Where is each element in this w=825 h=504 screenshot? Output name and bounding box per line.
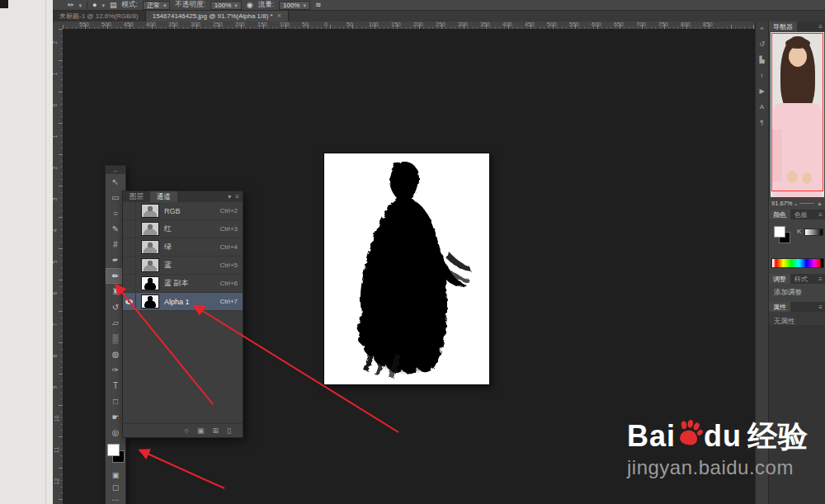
color-swatches [106, 442, 125, 467]
tab-properties[interactable]: 属性 [769, 302, 790, 312]
panel-menu-icon[interactable]: ≡ [816, 274, 825, 284]
toggle-brush-panel-icon[interactable]: ▤ [110, 2, 117, 9]
channel-thumbnail [141, 276, 159, 290]
opacity-label: 不透明度: [175, 0, 205, 10]
foreground-color-swatch[interactable] [774, 226, 785, 238]
zoom-in-icon[interactable]: ▲ [817, 200, 823, 206]
h-ruler-label: 450 [124, 21, 134, 27]
chevron-down-icon[interactable]: ▾ [79, 2, 82, 8]
move-tool[interactable]: ↖ [106, 174, 125, 190]
tools-palette-header[interactable]: ↔ [106, 166, 125, 174]
zoom-out-icon[interactable]: ▴ [794, 201, 797, 206]
load-selection-icon[interactable]: ○ [185, 427, 189, 435]
h-ruler-label: 200 [413, 21, 423, 27]
histogram-panel-icon[interactable]: ▙ [759, 56, 764, 64]
color-spectrum-ramp[interactable] [771, 258, 824, 268]
channel-row-蓝[interactable]: 蓝Ctrl+5 [123, 257, 243, 275]
navigator-view-box[interactable] [771, 33, 823, 191]
h-ruler-label: 100 [369, 21, 379, 27]
h-ruler-label: 50 [302, 21, 309, 27]
k-slider[interactable] [804, 228, 823, 236]
tab-layers[interactable]: 图层 [123, 191, 150, 202]
visibility-toggle[interactable] [123, 293, 136, 310]
hand-tool-icon: ☛ [112, 412, 120, 422]
paragraph-panel-icon[interactable]: ¶ [760, 119, 763, 126]
history-brush-tool-icon: ↺ [112, 303, 119, 312]
screen-mode-button[interactable]: ▢ [106, 481, 125, 493]
more-options-button[interactable]: ⋯ [106, 493, 125, 504]
document-tab-untitled[interactable]: 未标题-1 @ 12.6%(RGB/8) [53, 11, 146, 21]
h-ruler-label: 250 [436, 21, 446, 27]
actions-panel-icon[interactable]: ▶ [759, 87, 764, 95]
panel-menu-icon[interactable]: ≡ [235, 193, 239, 200]
save-selection-as-channel-icon[interactable]: ▣ [197, 427, 205, 435]
h-ruler-label: 700 [636, 21, 646, 27]
v-ruler-label: 6 [53, 292, 58, 295]
channel-row-alpha-1[interactable]: Alpha 1Ctrl+7 [123, 293, 243, 311]
close-icon[interactable]: × [277, 12, 281, 20]
document-canvas[interactable] [324, 153, 489, 384]
visibility-toggle[interactable] [123, 202, 136, 219]
panel-menu-icon[interactable]: ≡ [816, 21, 825, 31]
foreground-color-swatch[interactable] [107, 444, 120, 456]
flow-select[interactable]: 100% ▾ [279, 1, 310, 10]
panel-menu-icon[interactable]: ≡ [816, 302, 825, 312]
brush-preset-icon[interactable]: ● [92, 2, 97, 9]
tab-styles[interactable]: 样式 [790, 274, 812, 284]
channel-shortcut: Ctrl+5 [219, 261, 243, 269]
v-ruler-label: 12 [54, 478, 59, 485]
zoom-value[interactable]: 91.67% [771, 200, 792, 207]
marquee-tool-icon: ▭ [111, 193, 119, 202]
mode-select[interactable]: 正常 ▾ [143, 1, 171, 10]
delete-channel-icon[interactable]: ▯ [227, 427, 231, 435]
visibility-toggle[interactable] [123, 257, 136, 274]
h-ruler-label: 300 [191, 21, 200, 27]
tab-label: 154674146425.jpg @ 91.7%(Alpha 1/8) * [153, 12, 273, 20]
h-ruler-label: 200 [235, 21, 245, 27]
h-ruler-label: 850 [703, 21, 713, 27]
properties-header: 属性 ≡ [769, 302, 825, 312]
v-ruler-label: 4 [53, 229, 58, 233]
collapse-icon[interactable]: ▾ [228, 193, 231, 200]
new-channel-icon[interactable]: ⊞ [213, 427, 219, 435]
tab-navigator[interactable]: 导航器 [769, 21, 797, 31]
visibility-toggle[interactable] [123, 238, 136, 256]
quick-mask-button[interactable]: ▣ [106, 469, 125, 481]
tab-color[interactable]: 颜色 [769, 210, 790, 219]
airbrush-icon[interactable]: ≋ [315, 2, 322, 9]
watermark-url: jingyan.baidu.com [627, 456, 825, 479]
chevron-down-icon[interactable]: ▾ [102, 2, 106, 8]
brush-tool-icon[interactable]: ✏ [68, 2, 74, 9]
channel-name: RGB [164, 207, 219, 215]
document-tab-active[interactable]: 154674146425.jpg @ 91.7%(Alpha 1/8) * × [146, 11, 289, 21]
zoom-slider[interactable] [799, 203, 814, 204]
channels-panel: 图层 通道 ▾ ≡ RGBCtrl+2红Ctrl+3绿Ctrl+4蓝Ctrl+5… [122, 191, 243, 438]
pen-tool-icon: ✑ [112, 365, 119, 374]
tab-swatches[interactable]: 色板 [790, 210, 812, 219]
zoom-tool-icon: ◎ [112, 428, 120, 437]
opacity-select[interactable]: 100% ▾ [210, 1, 242, 10]
visibility-toggle[interactable] [123, 220, 136, 238]
info-panel-icon[interactable]: i [761, 72, 763, 79]
color-panel: 颜色 色板 ≡ K [768, 210, 825, 274]
channel-shortcut: Ctrl+7 [219, 298, 243, 305]
channel-row-rgb[interactable]: RGBCtrl+2 [123, 202, 243, 220]
flow-label: 流量: [258, 0, 274, 10]
channel-row-绿[interactable]: 绿Ctrl+4 [123, 238, 243, 257]
logo-text-du: du [704, 422, 742, 451]
collapse-panels-icon[interactable]: « [760, 25, 763, 32]
character-panel-icon[interactable]: A [760, 103, 764, 111]
pressure-opacity-icon[interactable]: ◉ [247, 2, 253, 9]
channel-row-蓝-副本[interactable]: 蓝 副本Ctrl+6 [123, 275, 243, 293]
panel-menu-icon[interactable]: ≡ [816, 210, 825, 219]
tab-adjustments[interactable]: 调整 [769, 274, 790, 284]
h-ruler-label: 350 [168, 21, 178, 27]
visibility-toggle[interactable] [123, 275, 136, 292]
channel-row-红[interactable]: 红Ctrl+3 [123, 220, 243, 238]
baidu-paw-icon [674, 417, 705, 449]
tab-channels[interactable]: 通道 [150, 191, 177, 202]
v-ruler-label: 3 [53, 198, 58, 201]
v-ruler-label: 9 [53, 386, 58, 389]
channel-shortcut: Ctrl+2 [219, 207, 243, 214]
history-panel-icon[interactable]: ↺ [759, 40, 765, 48]
